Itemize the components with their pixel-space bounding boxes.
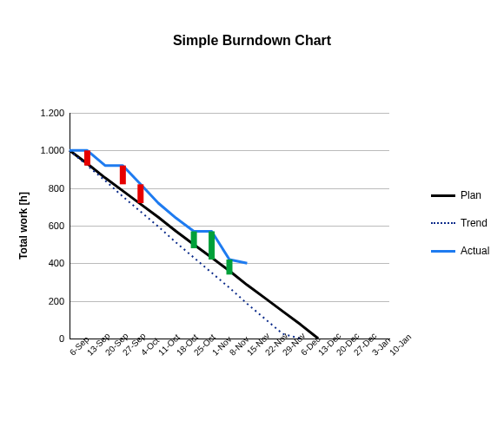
legend-label-plan: Plan xyxy=(461,189,481,201)
chart-title: Simple Burndown Chart xyxy=(0,33,504,49)
chart-container: { "chart_data": { "type": "line", "title… xyxy=(0,0,504,434)
legend-swatch-actual xyxy=(431,250,455,253)
y-tick-label: 1.000 xyxy=(12,145,64,155)
y-tick-label: 400 xyxy=(12,258,64,268)
legend-label-actual: Actual xyxy=(461,245,489,257)
y-tick-label: 200 xyxy=(12,296,64,306)
x-tick-label: 10-Jan xyxy=(388,332,413,357)
legend-swatch-plan xyxy=(431,194,455,197)
y-tick-label: 1.200 xyxy=(12,108,64,118)
legend-item-actual: Actual xyxy=(431,245,492,257)
y-tick-label: 800 xyxy=(12,183,64,194)
y-tick-label: 600 xyxy=(12,220,64,231)
legend-item-trend: Trend xyxy=(431,217,492,229)
legend-label-trend: Trend xyxy=(461,217,487,229)
series-actual xyxy=(70,150,247,263)
plot-area xyxy=(70,113,389,339)
legend-item-plan: Plan xyxy=(431,189,492,201)
y-tick-label: 0 xyxy=(12,333,64,344)
legend: Plan Trend Actual xyxy=(431,174,492,273)
legend-swatch-trend xyxy=(431,222,455,224)
